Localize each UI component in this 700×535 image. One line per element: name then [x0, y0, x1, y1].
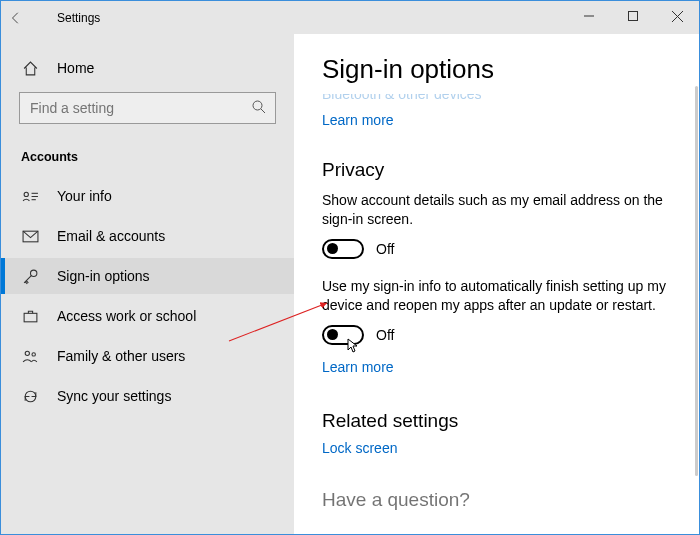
svg-rect-1 [629, 12, 638, 21]
privacy-show-account-toggle-state: Off [376, 241, 394, 257]
svg-point-13 [25, 351, 29, 355]
search-input[interactable] [19, 92, 276, 124]
sidebar-item-family-other-users[interactable]: Family & other users [1, 338, 294, 374]
sidebar-item-access-work-school[interactable]: Access work or school [1, 298, 294, 334]
briefcase-icon [21, 307, 39, 325]
sidebar-item-email-accounts[interactable]: Email & accounts [1, 218, 294, 254]
content-pane: Sign-in options Bluetooth & other device… [294, 34, 699, 534]
sidebar-item-label: Sign-in options [57, 268, 150, 284]
scrolled-cut-text: Bluetooth & other devices [322, 94, 681, 104]
sidebar: Home Accounts Your info Email & accounts [1, 34, 294, 534]
key-icon [21, 267, 39, 285]
person-card-icon [21, 187, 39, 205]
mail-icon [21, 227, 39, 245]
sidebar-item-sign-in-options[interactable]: Sign-in options [1, 258, 294, 294]
svg-point-14 [31, 352, 34, 355]
privacy-show-account-text: Show account details such as my email ad… [322, 191, 681, 229]
lock-screen-link[interactable]: Lock screen [322, 440, 397, 456]
home-icon [21, 59, 39, 77]
learn-more-link-privacy[interactable]: Learn more [322, 359, 394, 375]
learn-more-link-top[interactable]: Learn more [322, 112, 394, 128]
privacy-show-account-toggle[interactable] [322, 239, 364, 259]
svg-rect-12 [24, 313, 37, 322]
sidebar-item-sync-settings[interactable]: Sync your settings [1, 378, 294, 414]
minimize-button[interactable] [567, 1, 611, 31]
sidebar-item-label: Your info [57, 188, 112, 204]
sidebar-item-label: Family & other users [57, 348, 185, 364]
sync-icon [21, 387, 39, 405]
sidebar-item-label: Email & accounts [57, 228, 165, 244]
auto-finish-toggle-state: Off [376, 327, 394, 343]
related-settings-heading: Related settings [322, 410, 681, 432]
close-button[interactable] [655, 1, 699, 31]
page-title: Sign-in options [322, 54, 681, 85]
sidebar-item-your-info[interactable]: Your info [1, 178, 294, 214]
auto-finish-toggle[interactable] [322, 325, 364, 345]
sidebar-item-label: Access work or school [57, 308, 196, 324]
svg-point-6 [24, 192, 28, 196]
sidebar-item-label: Home [57, 60, 94, 76]
people-icon [21, 347, 39, 365]
sidebar-item-label: Sync your settings [57, 388, 171, 404]
maximize-button[interactable] [611, 1, 655, 31]
back-button[interactable] [1, 1, 31, 34]
sidebar-item-home[interactable]: Home [1, 50, 294, 86]
window-title: Settings [57, 11, 100, 25]
sidebar-category-label: Accounts [1, 138, 294, 178]
privacy-heading: Privacy [322, 159, 681, 181]
have-a-question-heading: Have a question? [322, 489, 681, 511]
scrollbar-vertical[interactable] [695, 86, 698, 476]
auto-finish-text: Use my sign-in info to automatically fin… [322, 277, 681, 315]
